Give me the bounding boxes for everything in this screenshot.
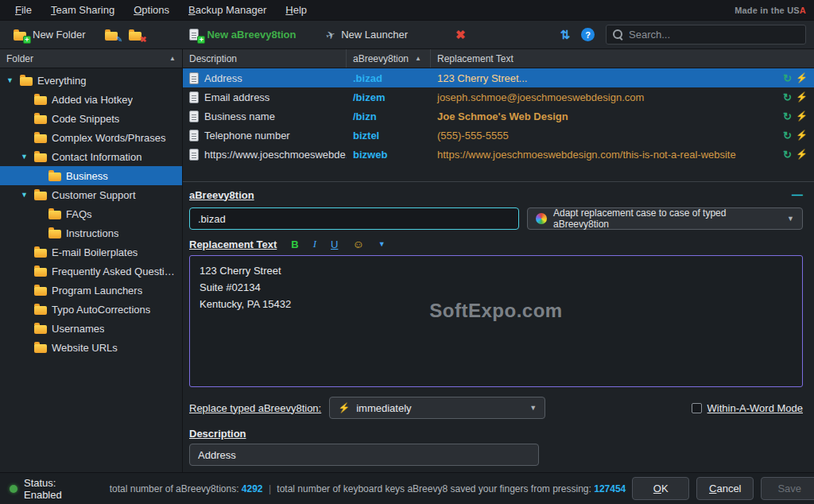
menu-item-options[interactable]: Options	[126, 2, 176, 18]
menu-item-backup-manager[interactable]: Backup Manager	[181, 2, 273, 18]
sidebar-item-website-urls[interactable]: Website URLs	[0, 338, 182, 357]
ok-button[interactable]: OK	[632, 477, 689, 500]
abbreviation-input[interactable]	[189, 207, 519, 230]
folder-icon	[34, 306, 47, 315]
adapt-case-dropdown[interactable]: Adapt replacement case to case of typed …	[527, 207, 803, 230]
toolbar-right-group: ⇅ ?	[560, 25, 806, 45]
sync-icon[interactable]: ↻	[783, 149, 792, 161]
search-input[interactable]	[629, 29, 799, 41]
sync-icon[interactable]: ↻	[783, 91, 792, 103]
edit-folder-button[interactable]: ✎	[99, 25, 123, 44]
new-abbreviation-button[interactable]: + New aBreevy8tion	[182, 25, 300, 44]
keys-saved-count: 127454	[594, 483, 626, 494]
new-folder-button[interactable]: + New Folder	[8, 25, 90, 44]
table-row[interactable]: https://www.joeschmoeswebde...bizwebhttp…	[183, 145, 814, 164]
sidebar-item-frequently-asked-questions[interactable]: Frequently Asked Questions	[0, 262, 182, 281]
sort-tool-icon[interactable]: ⇅	[560, 28, 570, 42]
sidebar-item-business[interactable]: Business	[0, 166, 182, 185]
folder-icon	[34, 325, 47, 334]
lightning-icon[interactable]: ⚡	[796, 149, 808, 160]
row-action-icons: ↻⚡	[783, 110, 814, 122]
within-word-label: Within-A-Word Mode	[707, 402, 803, 414]
sidebar-item-added-via-hotkey[interactable]: Added via Hotkey	[0, 90, 182, 109]
chevron-down-icon: ▼	[787, 215, 794, 223]
replacement-textarea[interactable]: 123 Cherry Street Suite #02134 Kentucky,…	[189, 255, 803, 387]
new-launcher-label: New Launcher	[341, 29, 408, 41]
sidebar-item-instructions[interactable]: Instructions	[0, 223, 182, 242]
sidebar-item-program-launchers[interactable]: Program Launchers	[0, 281, 182, 300]
sidebar-item-contact-information[interactable]: ▼Contact Information	[0, 147, 182, 166]
sidebar-item-code-snippets[interactable]: Code Snippets	[0, 109, 182, 128]
folder-icon	[34, 192, 47, 200]
table-row[interactable]: Business name/biznJoe Schmoe's Web Desig…	[183, 107, 814, 126]
menu-item-file[interactable]: File	[8, 2, 39, 18]
abbreviation-table-body: Address.bizad123 Cherry Street...↻⚡Email…	[183, 68, 814, 181]
sidebar-item-label: Customer Support	[52, 189, 136, 201]
sidebar-item-usernames[interactable]: Usernames	[0, 319, 182, 338]
save-button[interactable]: Save	[761, 477, 814, 500]
format-menu-chevron-icon[interactable]: ▼	[378, 240, 386, 248]
made-in-usa-label: Made in the USA	[735, 6, 806, 15]
row-description-cell: https://www.joeschmoeswebde...	[183, 149, 347, 161]
menu-bar-items: FileTeam SharingOptionsBackup ManagerHel…	[8, 2, 314, 18]
row-abbreviation-cell: /bizn	[347, 110, 431, 122]
table-row[interactable]: Email address/bizemjoseph.schmoe@joeschm…	[183, 87, 814, 107]
expander-icon[interactable]: ▼	[19, 153, 29, 161]
row-abbreviation-cell: bizweb	[347, 149, 431, 161]
expander-icon[interactable]: ▼	[5, 76, 15, 84]
within-word-mode-option[interactable]: Within-A-Word Mode	[692, 402, 803, 414]
sidebar-item-complex-words-phrases[interactable]: Complex Words/Phrases	[0, 128, 182, 147]
status-bar: Status: Enabled total number of aBreevy8…	[0, 472, 814, 504]
sidebar-item-customer-support[interactable]: ▼Customer Support	[0, 185, 182, 204]
menu-item-help[interactable]: Help	[278, 2, 314, 18]
table-row[interactable]: Address.bizad123 Cherry Street...↻⚡	[183, 68, 814, 87]
note-icon	[189, 130, 199, 142]
sidebar-item-label: Added via Hotkey	[52, 94, 133, 106]
description-input[interactable]	[189, 444, 539, 466]
sidebar-item-faqs[interactable]: FAQs	[0, 204, 182, 223]
sync-icon[interactable]: ↻	[783, 110, 792, 122]
emoji-button[interactable]: ☺	[352, 238, 363, 250]
table-row[interactable]: Telephone numberbiztel(555)-555-5555↻⚡	[183, 126, 814, 145]
content-area: Folder ▲ ▼EverythingAdded via HotkeyCode…	[0, 49, 814, 472]
search-box[interactable]	[606, 25, 806, 45]
lightning-icon[interactable]: ⚡	[796, 91, 808, 103]
cancel-button[interactable]: Cancel	[696, 477, 754, 500]
column-header-replacement[interactable]: Replacement Text	[431, 49, 814, 68]
statistics-text: total number of aBreevy8tions: 4292 | to…	[110, 483, 626, 494]
sync-icon[interactable]: ↻	[783, 72, 792, 84]
sidebar-item-everything[interactable]: ▼Everything	[0, 71, 182, 90]
new-launcher-button[interactable]: ✈ New Launcher	[321, 25, 413, 45]
sidebar-item-e-mail-boilerplates[interactable]: E-mail Boilerplates	[0, 242, 182, 262]
folder-column-header[interactable]: Folder ▲	[0, 49, 182, 68]
menu-item-team-sharing[interactable]: Team Sharing	[44, 2, 122, 18]
replace-when-dropdown[interactable]: ⚡ immediately ▼	[329, 397, 545, 419]
sync-icon[interactable]: ↻	[783, 130, 792, 142]
stats-separator: |	[269, 483, 271, 494]
delete-folder-button[interactable]: ✖	[123, 25, 147, 44]
collapse-panel-icon[interactable]: —	[792, 188, 803, 201]
made-in-usa-accent: A	[800, 6, 806, 15]
replace-typed-label: Replace typed aBreevy8tion:	[189, 402, 321, 414]
main-panel: Description aBreevy8tion ▲ Replacement T…	[183, 49, 814, 472]
lightning-icon[interactable]: ⚡	[796, 130, 808, 141]
column-header-description[interactable]: Description	[183, 49, 347, 68]
help-icon[interactable]: ?	[581, 28, 595, 41]
italic-button[interactable]: I	[313, 238, 316, 250]
adapt-case-label: Adapt replacement case to case of typed …	[553, 207, 781, 230]
note-icon	[189, 110, 199, 122]
within-word-checkbox[interactable]	[692, 403, 702, 413]
bold-button[interactable]: B	[291, 238, 298, 250]
detail-panel: aBreevy8tion — Adapt replacement case to…	[183, 181, 814, 472]
row-replacement-cell: 123 Cherry Street...	[431, 72, 783, 84]
underline-button[interactable]: U	[331, 238, 338, 250]
row-description-cell: Telephone number	[183, 130, 347, 142]
expander-icon[interactable]: ▼	[19, 191, 29, 199]
lightning-icon[interactable]: ⚡	[796, 72, 808, 83]
column-header-abbreviation[interactable]: aBreevy8tion ▲	[347, 49, 431, 68]
chevron-down-icon: ▼	[529, 404, 537, 412]
delete-abbreviation-button[interactable]: ✖	[451, 25, 471, 45]
sidebar-item-typo-autocorrections[interactable]: Typo AutoCorrections	[0, 300, 182, 319]
lightning-icon[interactable]: ⚡	[796, 110, 808, 122]
folder-icon	[34, 268, 47, 277]
